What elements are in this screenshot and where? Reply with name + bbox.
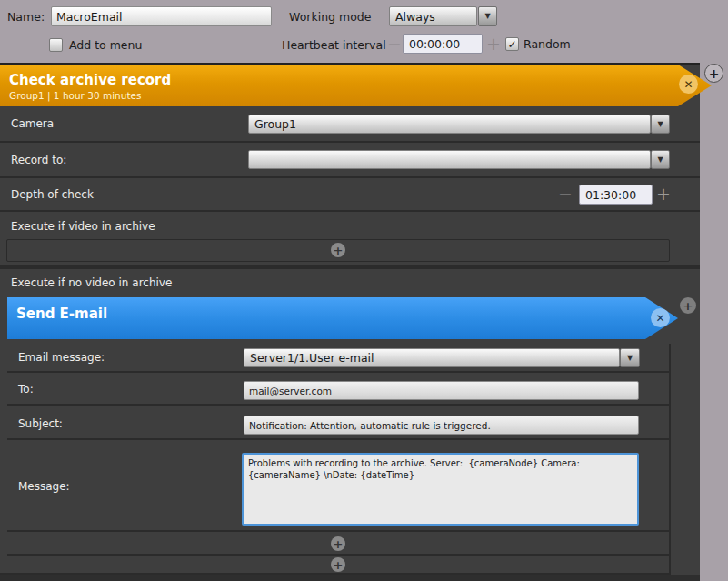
add-email-action-icon[interactable]: + [331, 536, 345, 551]
message-label: Message: [18, 480, 70, 494]
record-to-select[interactable] [248, 150, 651, 169]
add-video-action-icon[interactable]: + [331, 243, 345, 257]
close-send-email-icon[interactable]: ✕ [651, 308, 670, 327]
check-archive-header: Check archive record Group1 | 1 hour 30 … [0, 65, 712, 106]
execute-if-video-section: Execute if video in archive + [0, 212, 700, 265]
name-input[interactable] [51, 6, 272, 26]
name-label: Name: [7, 10, 45, 25]
execute-if-no-video-label: Execute if no video in archive [11, 276, 172, 290]
chevron-down-icon: ▼ [627, 355, 633, 362]
send-email-title: Send E-mail [16, 306, 107, 322]
working-mode-dropdown-button[interactable]: ▼ [478, 6, 497, 26]
section-divider [0, 265, 700, 269]
email-message-dropdown-button[interactable]: ▼ [620, 348, 640, 367]
heartbeat-interval-value: 00:00:00 [409, 37, 460, 51]
subject-label: Subject: [18, 417, 63, 431]
camera-value: Group1 [254, 117, 296, 131]
add-action-top-icon[interactable]: + [704, 64, 723, 83]
check-archive-title: Check archive record [9, 72, 171, 88]
check-archive-subtitle: Group1 | 1 hour 30 minutes [9, 90, 141, 101]
random-label: Random [524, 37, 571, 52]
heartbeat-interval-field[interactable]: 00:00:00 [403, 34, 483, 54]
add-to-menu-label: Add to menu [69, 38, 142, 53]
camera-select[interactable]: Group1 [248, 115, 651, 134]
depth-increase-button[interactable]: + [656, 185, 671, 203]
panel-bottom-edge [0, 575, 700, 581]
heartbeat-interval-label: Heartbeat interval [282, 38, 386, 53]
close-check-archive-icon[interactable]: ✕ [679, 75, 698, 94]
add-to-menu-checkbox[interactable] [49, 38, 63, 52]
depth-decrease-button[interactable]: − [558, 185, 573, 203]
working-mode-value: Always [395, 10, 435, 24]
record-to-row: Record to: ▼ [0, 143, 700, 178]
to-input[interactable] [244, 381, 639, 400]
working-mode-label: Working mode [289, 10, 371, 25]
email-message-select[interactable]: Server1/1.User e-mail [244, 348, 620, 367]
subject-input[interactable] [244, 416, 639, 435]
depth-of-check-value: 01:30:00 [585, 188, 636, 202]
camera-label: Camera [11, 117, 54, 131]
send-email-header: Send E-mail [7, 297, 678, 339]
depth-of-check-label: Depth of check [11, 188, 94, 202]
depth-of-check-row: Depth of check − 01:30:00 + [0, 178, 700, 212]
email-message-label: Email message: [18, 351, 105, 365]
random-checkbox[interactable]: ✓ [505, 37, 519, 51]
chevron-down-icon: ▼ [484, 13, 490, 20]
chevron-down-icon: ▼ [657, 156, 663, 164]
add-action-beside-email-icon[interactable]: + [680, 297, 696, 314]
to-label: To: [18, 383, 34, 396]
heartbeat-increase-button[interactable]: + [486, 35, 501, 53]
working-mode-select[interactable]: Always [389, 6, 477, 26]
depth-of-check-field[interactable]: 01:30:00 [579, 185, 653, 205]
record-to-label: Record to: [11, 154, 66, 167]
camera-dropdown-button[interactable]: ▼ [651, 115, 670, 134]
email-message-value: Server1/1.User e-mail [250, 351, 374, 365]
email-message-row: Email message: Server1/1.User e-mail ▼ [7, 344, 671, 373]
heartbeat-decrease-button[interactable]: − [387, 35, 402, 53]
add-email-action-row: + [7, 532, 671, 556]
to-row: To: [7, 373, 671, 406]
message-row: Message: Problems with recording to the … [7, 440, 671, 532]
add-no-video-action-row: + [0, 556, 671, 575]
chevron-down-icon: ▼ [657, 121, 663, 128]
macro-editor-window: Name: Working mode Always ▼ Add to menu … [0, 0, 728, 581]
message-textarea[interactable]: Problems with recording to the archive. … [242, 453, 639, 526]
record-to-dropdown-button[interactable]: ▼ [651, 150, 670, 169]
execute-if-video-label: Execute if video in archive [11, 220, 155, 234]
camera-row: Camera Group1 ▼ [0, 106, 700, 143]
add-no-video-action-icon[interactable]: + [331, 557, 345, 572]
subject-row: Subject: [7, 406, 671, 440]
